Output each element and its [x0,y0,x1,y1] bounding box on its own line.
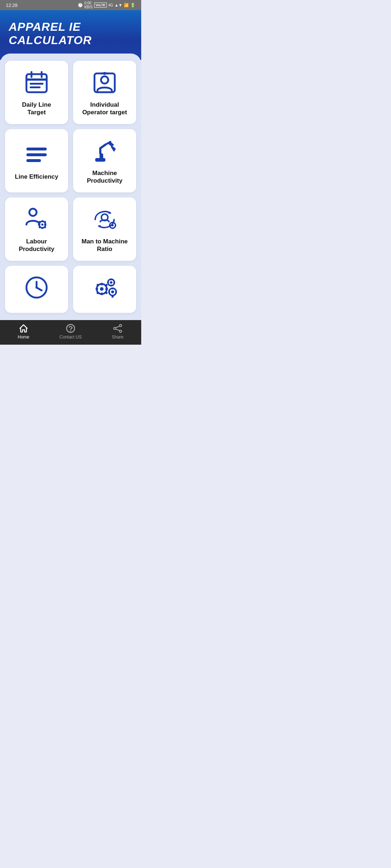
person-gear-icon [24,207,50,233]
home-icon [18,323,29,333]
svg-rect-51 [107,281,109,284]
clock-icon [24,275,50,301]
svg-rect-57 [108,291,110,293]
svg-point-17 [41,224,43,226]
svg-rect-58 [115,291,117,293]
nav-contact[interactable]: Contact US [47,323,94,340]
svg-point-28 [112,224,114,226]
svg-rect-42 [105,288,108,290]
lines-icon [24,142,50,168]
svg-line-64 [116,326,119,328]
svg-rect-41 [96,288,98,290]
svg-rect-49 [110,278,112,280]
gears-icon [92,275,118,301]
svg-point-7 [101,76,108,84]
robot-arm-icon [92,138,118,164]
app-header: APPAREL IE CALCULATOR [0,10,141,60]
line-efficiency-label: Line Efficiency [15,173,58,180]
man-to-machine-ratio-label: Man to MachineRatio [81,238,128,253]
card-man-to-machine-ratio[interactable]: Man to MachineRatio [73,197,136,261]
svg-rect-19 [41,227,43,229]
bottom-navigation: Home Contact US Share [0,320,141,345]
share-icon [113,323,123,333]
svg-rect-55 [112,288,114,289]
svg-point-54 [111,290,114,293]
daily-line-target-label: Daily LineTarget [22,101,51,116]
help-icon [66,323,76,333]
card-line-efficiency[interactable]: Line Efficiency [5,129,68,192]
machine-productivity-label: MachineProductivity [87,169,122,185]
svg-point-48 [110,281,113,284]
svg-point-9 [103,72,106,75]
svg-rect-31 [109,224,110,226]
svg-rect-1 [26,78,47,81]
card-8[interactable] [73,266,136,313]
cycle-gear-icon [92,207,118,233]
svg-line-65 [116,329,119,331]
svg-point-60 [70,331,71,332]
labour-productivity-label: LabourProductivity [19,238,54,253]
individual-operator-target-label: IndividualOperator target [82,101,127,116]
person-id-icon [92,70,118,96]
svg-rect-20 [38,224,40,226]
svg-rect-12 [26,159,41,162]
svg-rect-39 [101,283,103,285]
svg-rect-56 [112,296,114,298]
svg-rect-18 [41,220,43,222]
nav-home[interactable]: Home [0,323,47,340]
card-7[interactable] [5,266,68,313]
svg-point-38 [100,287,104,291]
calendar-icon [24,70,50,96]
svg-rect-4 [30,83,43,85]
time: 12:28 [6,3,18,8]
status-bar: 12:28 🕐 0.00KB/S VoLTE 4G ▲▼ 📶 🔋 [0,0,141,10]
svg-point-15 [29,209,37,216]
card-daily-line-target[interactable]: Daily LineTarget [5,61,68,124]
svg-rect-5 [30,86,41,88]
svg-rect-52 [113,281,115,284]
svg-rect-50 [110,285,112,286]
status-icons: 🕐 0.00KB/S VoLTE 4G ▲▼ 📶 🔋 [78,1,135,9]
calculator-grid: Daily LineTarget IndividualOperator targ… [5,61,136,313]
home-label: Home [18,335,29,340]
svg-rect-29 [112,222,114,223]
contact-label: Contact US [59,335,81,340]
svg-rect-11 [26,153,47,156]
card-individual-operator-target[interactable]: IndividualOperator target [73,61,136,124]
svg-point-36 [35,286,38,289]
svg-rect-30 [112,227,114,229]
card-machine-productivity[interactable]: MachineProductivity [73,129,136,192]
nav-share[interactable]: Share [94,323,141,340]
svg-rect-32 [115,224,116,226]
app-title: APPAREL IE CALCULATOR [9,20,133,47]
svg-rect-40 [101,293,103,295]
share-label: Share [112,335,123,340]
card-labour-productivity[interactable]: LabourProductivity [5,197,68,261]
main-content: Daily LineTarget IndividualOperator targ… [0,54,141,320]
svg-rect-10 [26,148,47,150]
svg-rect-21 [44,224,46,226]
